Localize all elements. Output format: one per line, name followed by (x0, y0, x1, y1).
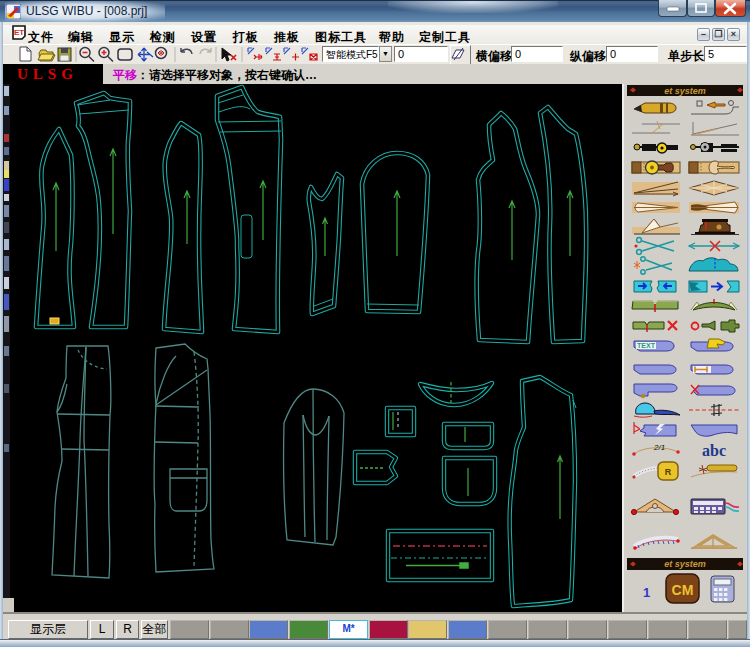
svg-text:ET: ET (14, 28, 24, 37)
svg-text:TEXT: TEXT (637, 342, 656, 349)
svg-text:abc: abc (702, 442, 726, 459)
svg-text:R: R (665, 467, 672, 477)
svg-text:1: 1 (643, 585, 650, 600)
svg-text:et system: et system (664, 86, 706, 96)
svg-text:2/1: 2/1 (653, 443, 665, 452)
svg-text:et system: et system (664, 559, 706, 569)
svg-text:CM: CM (672, 582, 694, 598)
